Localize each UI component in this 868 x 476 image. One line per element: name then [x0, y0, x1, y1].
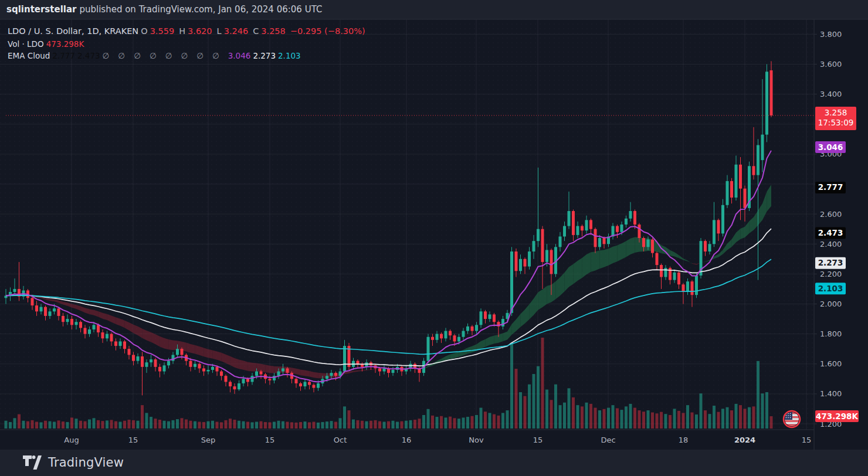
price-axis-label: 3.600 — [820, 60, 842, 69]
price-chart-pane[interactable]: 3.8003.6003.4003.2003.0002.8002.6002.400… — [0, 0, 868, 476]
ema-cloud-values: 2.7772.473∅∅∅∅∅∅∅∅3.0462.2732.103 — [52, 51, 303, 60]
null-symbol: ∅ — [134, 51, 141, 60]
ema-value-token: 2.777 — [52, 51, 75, 60]
time-axis-label: 2024 — [734, 436, 755, 444]
null-symbol: ∅ — [212, 51, 219, 60]
time-axis-label: 18 — [679, 436, 689, 444]
time-axis-label: 16 — [402, 436, 412, 444]
null-symbol: ∅ — [103, 51, 110, 60]
svg-text:2.103: 2.103 — [818, 284, 843, 293]
ema-value-token: 2.103 — [278, 51, 301, 60]
svg-text:3.258: 3.258 — [825, 108, 847, 117]
ema-cloud-legend-row[interactable]: EMA Cloud2.7772.473∅∅∅∅∅∅∅∅3.0462.2732.1… — [8, 51, 306, 60]
ema-value-token: 2.273 — [253, 51, 276, 60]
null-symbol: ∅ — [196, 51, 204, 60]
symbol-title: LDO / U. S. Dollar, 1D, KRAKEN — [8, 26, 138, 36]
time-axis-label: 15 — [533, 436, 543, 444]
null-symbol: ∅ — [181, 51, 188, 60]
price-axis-label: 1.400 — [820, 389, 842, 398]
price-axis-label: 3.800 — [820, 30, 842, 39]
ema-value-token: 3.046 — [228, 51, 251, 60]
volume-label: Vol · LDO — [8, 39, 44, 49]
svg-text:3.046: 3.046 — [818, 142, 843, 152]
volume-legend-row[interactable]: Vol · LDO473.298K — [8, 39, 86, 49]
tradingview-logo-icon — [22, 455, 42, 470]
price-axis-label: 2.000 — [820, 300, 842, 308]
axis-badge-volume: 473.298K — [815, 410, 859, 422]
svg-text:473.298K: 473.298K — [816, 412, 858, 421]
price-axis-label: 3.400 — [820, 90, 842, 98]
ohlc-token: H3.620 — [179, 26, 214, 36]
time-axis-label: 15 — [265, 436, 275, 444]
time-axis-label: Sep — [201, 436, 216, 444]
time-axis-label: Nov — [469, 436, 484, 444]
axis-badge-ema-cloud-top: 2.777 — [815, 182, 846, 193]
axis-badge-last-price: 3.25817:53:09 — [815, 107, 856, 130]
null-symbol: ∅ — [150, 51, 157, 60]
svg-text:2.473: 2.473 — [818, 228, 843, 237]
volume-value: 473.298K — [46, 39, 84, 49]
time-axis-label: 15 — [802, 436, 812, 444]
ohlc-token: O3.559 — [141, 26, 177, 36]
tradingview-logo-text: TradingView — [48, 455, 124, 470]
price-axis-label: 2.600 — [820, 210, 842, 219]
axis-badge-ema-white: 2.273 — [815, 257, 846, 269]
null-symbol: ∅ — [118, 51, 125, 60]
price-axis-label: 1.800 — [820, 329, 842, 338]
ohlc-token: L3.246 — [217, 26, 251, 36]
tradingview-logo[interactable]: TradingView — [22, 455, 124, 470]
change-value: −0.295 (−8.30%) — [290, 26, 365, 36]
axis-badge-ema-cloud-bottom: 2.473 — [815, 227, 846, 239]
time-axis-label: 15 — [128, 436, 138, 444]
null-symbol: ∅ — [165, 51, 172, 60]
ema-cloud-label: EMA Cloud — [8, 51, 50, 60]
price-axis-label: 2.400 — [820, 240, 842, 249]
symbol-legend-row[interactable]: LDO / U. S. Dollar, 1D, KRAKENO3.559H3.6… — [8, 26, 370, 36]
axis-badge-ema-cyan: 2.103 — [815, 283, 846, 294]
price-axis-label: 2.200 — [820, 270, 842, 278]
ohlc-values: O3.559H3.620L3.246C3.258−0.295 (−8.30%) — [141, 26, 367, 36]
axis-badge-ema-purple: 3.046 — [815, 141, 846, 153]
ema-value-token: 2.473 — [77, 51, 100, 60]
us-flag-icon — [784, 411, 800, 427]
svg-text:2.777: 2.777 — [818, 182, 843, 192]
price-axis-label: 1.600 — [820, 359, 842, 368]
time-axis-label: Oct — [334, 436, 347, 444]
ohlc-token: C3.258 — [253, 26, 288, 36]
svg-text:17:53:09: 17:53:09 — [818, 118, 854, 127]
footer-bar: TradingView — [0, 450, 868, 476]
time-axis-label: Dec — [601, 436, 615, 444]
svg-text:2.273: 2.273 — [818, 258, 843, 267]
tradingview-snapshot: { "header": { "author": "sqlinterstellar… — [0, 0, 868, 476]
time-axis-label: Aug — [64, 436, 79, 444]
